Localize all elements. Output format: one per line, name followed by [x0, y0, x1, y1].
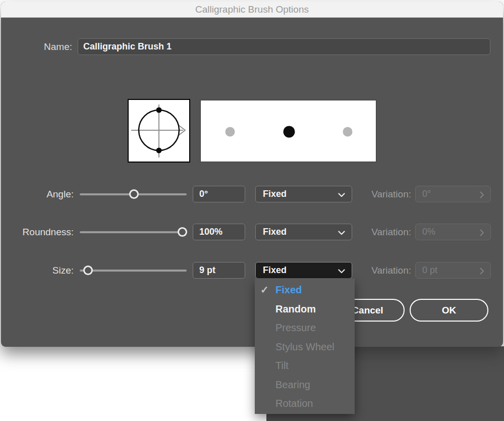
angle-variation-label: Variation: — [319, 186, 411, 202]
angle-value-field[interactable]: 0° — [193, 186, 245, 202]
menu-item-fixed[interactable]: ✓ Fixed — [255, 281, 355, 300]
menu-item-random[interactable]: Random — [255, 300, 355, 319]
angle-label: Angle: — [1, 186, 74, 202]
size-variation-field: 0 pt — [415, 262, 491, 279]
calligraphic-brush-options-dialog: Calligraphic Brush Options Name: Calligr… — [1, 2, 503, 347]
chevron-right-icon — [480, 268, 484, 275]
size-row: Size: 9 pt Fixed Variation: 0 pt — [1, 262, 503, 279]
size-label: Size: — [1, 262, 74, 279]
menu-item-label: Bearing — [275, 379, 310, 390]
brush-tip-diagram-graphic — [129, 100, 189, 162]
size-slider-track[interactable] — [80, 270, 187, 272]
name-label: Name: — [1, 38, 72, 55]
name-input[interactable]: Calligraphic Brush 1 — [78, 38, 490, 55]
dialog-titlebar: Calligraphic Brush Options — [1, 2, 503, 18]
menu-item-tilt: Tilt — [255, 356, 355, 376]
size-slider-thumb[interactable] — [83, 266, 93, 275]
menu-item-label: Stylus Wheel — [275, 341, 334, 352]
roundness-label: Roundness: — [1, 224, 74, 240]
roundness-mode-value: Fixed — [263, 227, 287, 237]
roundness-slider-thumb[interactable] — [178, 227, 187, 237]
menu-item-label: Rotation — [275, 398, 313, 409]
roundness-slider-track[interactable] — [80, 231, 187, 233]
angle-variation-field: 0° — [415, 186, 491, 202]
angle-mode-value: Fixed — [263, 189, 287, 199]
angle-row: Angle: 0° Fixed Variation: 0° — [1, 186, 503, 202]
dialog-title: Calligraphic Brush Options — [195, 4, 309, 15]
angle-slider-thumb[interactable] — [129, 189, 139, 199]
size-variation-label: Variation: — [319, 262, 411, 279]
chevron-right-icon — [480, 229, 484, 236]
menu-item-label: Fixed — [275, 284, 302, 295]
roundness-row: Roundness: 100% Fixed Variation: 0% — [1, 224, 503, 240]
angle-slider[interactable] — [80, 186, 187, 202]
brush-tip-diagram[interactable] — [128, 99, 190, 163]
roundness-variation-field: 0% — [415, 224, 491, 240]
roundness-variation-label: Variation: — [319, 224, 411, 240]
size-variation-value: 0 pt — [422, 265, 437, 275]
roundness-slider[interactable] — [80, 224, 187, 240]
menu-item-rotation: Rotation — [255, 394, 355, 413]
size-mode-value: Fixed — [263, 265, 287, 275]
brush-preview-strip — [200, 100, 376, 162]
size-value-field[interactable]: 9 pt — [193, 262, 245, 279]
roundness-value-field[interactable]: 100% — [193, 224, 245, 240]
angle-variation-value: 0° — [422, 189, 431, 199]
brush-preview-dots — [201, 100, 376, 162]
menu-item-pressure: Pressure — [255, 319, 355, 338]
menu-item-stylus-wheel: Stylus Wheel — [255, 338, 355, 357]
chevron-right-icon — [480, 191, 484, 198]
size-slider[interactable] — [80, 262, 187, 279]
roundness-variation-value: 0% — [422, 227, 435, 237]
size-mode-menu: ✓ Fixed Random Pressure Stylus Wheel Til… — [255, 278, 355, 414]
menu-item-label: Pressure — [275, 322, 316, 333]
menu-item-bearing: Bearing — [255, 376, 355, 395]
menu-item-label: Tilt — [275, 360, 289, 371]
ok-button[interactable]: OK — [410, 299, 488, 322]
checkmark-icon: ✓ — [260, 281, 272, 300]
menu-item-label: Random — [275, 303, 316, 314]
